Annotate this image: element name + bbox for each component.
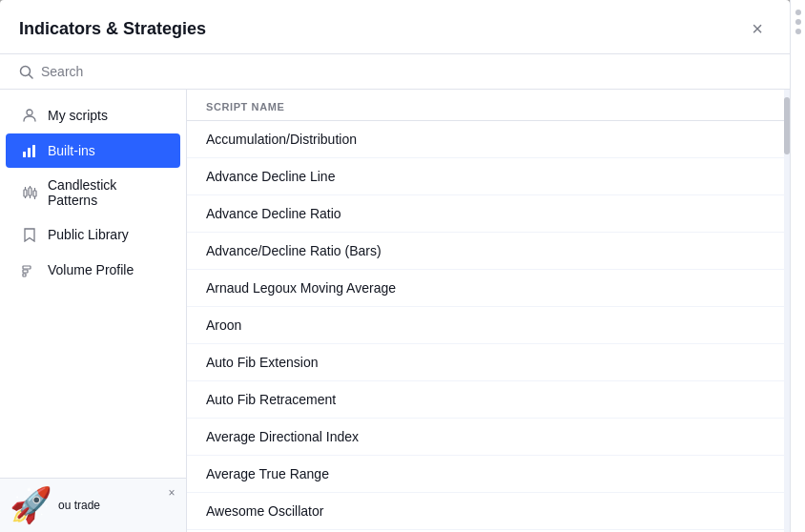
- scripts-column-header: SCRIPT NAME: [187, 90, 784, 121]
- svg-rect-5: [32, 145, 35, 157]
- script-item[interactable]: Accumulation/Distribution: [187, 121, 784, 158]
- svg-rect-9: [29, 188, 31, 195]
- sidebar-item-public-library[interactable]: Public Library: [6, 217, 180, 252]
- promo-close-button[interactable]: ×: [163, 484, 180, 501]
- script-item[interactable]: Advance/Decline Ratio (Bars): [187, 233, 784, 270]
- promo-text: ou trade: [58, 499, 100, 512]
- sidebar: My scripts Built-ins: [0, 90, 187, 532]
- sidebar-item-volume-profile-label: Volume Profile: [48, 262, 134, 277]
- svg-point-2: [27, 110, 32, 115]
- script-list: Accumulation/Distribution Advance Declin…: [187, 121, 784, 532]
- svg-rect-12: [33, 191, 36, 196]
- sidebar-item-candlestick-patterns[interactable]: Candlestick Patterns: [6, 169, 180, 216]
- indicators-modal: Indicators & Strategies ×: [0, 0, 790, 532]
- right-edge-panel: [790, 0, 805, 532]
- bookmark-icon: [21, 226, 38, 243]
- person-icon: [21, 107, 38, 124]
- chart-bar-icon: [21, 142, 38, 159]
- script-item[interactable]: Awesome Oscillator: [187, 493, 784, 530]
- script-item[interactable]: Auto Fib Retracement: [187, 381, 784, 419]
- candlestick-icon: [21, 184, 38, 201]
- modal-body: My scripts Built-ins: [0, 90, 790, 532]
- search-icon: [19, 65, 33, 79]
- svg-rect-17: [23, 274, 26, 276]
- sidebar-item-candlestick-label: Candlestick Patterns: [48, 177, 165, 208]
- sidebar-item-my-scripts[interactable]: My scripts: [6, 98, 180, 133]
- script-item[interactable]: Arnaud Legoux Moving Average: [187, 270, 784, 307]
- sidebar-item-my-scripts-label: My scripts: [48, 108, 108, 123]
- search-input[interactable]: [41, 64, 771, 79]
- sidebar-item-volume-profile[interactable]: Volume Profile: [6, 253, 180, 287]
- script-item[interactable]: Advance Decline Line: [187, 158, 784, 195]
- close-button[interactable]: ×: [744, 15, 771, 42]
- modal-header: Indicators & Strategies ×: [0, 0, 790, 54]
- script-item[interactable]: Auto Fib Extension: [187, 344, 784, 381]
- edge-dot: [795, 29, 801, 34]
- svg-rect-6: [24, 190, 27, 196]
- edge-dot: [795, 10, 801, 15]
- rocket-icon: 🚀: [10, 488, 52, 522]
- svg-rect-16: [23, 266, 31, 269]
- sidebar-item-built-ins-label: Built-ins: [48, 143, 95, 158]
- edge-dot: [795, 19, 801, 25]
- script-item[interactable]: Advance Decline Ratio: [187, 195, 784, 233]
- svg-rect-4: [28, 148, 31, 157]
- script-item[interactable]: Average True Range: [187, 456, 784, 493]
- scripts-panel: SCRIPT NAME Accumulation/Distribution Ad…: [187, 90, 784, 532]
- sidebar-item-built-ins[interactable]: Built-ins: [6, 133, 180, 168]
- script-item[interactable]: Aroon: [187, 307, 784, 344]
- svg-rect-3: [23, 152, 26, 157]
- modal-overlay: Indicators & Strategies ×: [0, 0, 805, 532]
- script-item[interactable]: Average Directional Index: [187, 419, 784, 456]
- modal-title: Indicators & Strategies: [19, 19, 206, 39]
- volume-chart-icon: [21, 261, 38, 278]
- sidebar-item-public-library-label: Public Library: [48, 227, 129, 242]
- promo-banner: × 🚀 ou trade: [0, 478, 186, 532]
- svg-rect-15: [23, 270, 28, 273]
- svg-line-1: [30, 74, 33, 78]
- search-bar: [0, 54, 790, 90]
